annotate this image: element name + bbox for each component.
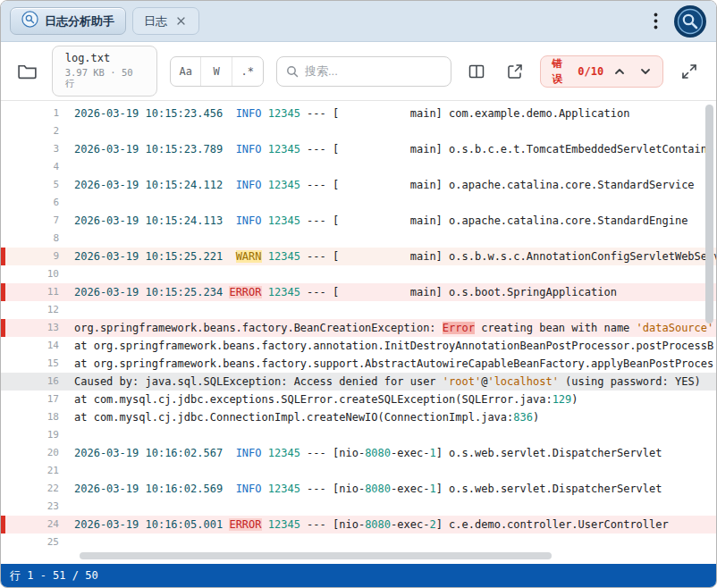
log-line-text — [59, 194, 716, 212]
split-view-button[interactable] — [464, 58, 490, 85]
whole-word-toggle[interactable]: W — [201, 57, 232, 86]
regex-toggle[interactable]: .* — [232, 57, 263, 86]
log-row[interactable]: 202026-03-19 10:16:02.567 INFO 12345 ---… — [1, 444, 716, 462]
log-row[interactable]: 12026-03-19 10:15:23.456 INFO 12345 --- … — [1, 105, 716, 122]
tab-bar: 日志分析助手 日志 — [1, 1, 716, 42]
log-row[interactable]: 52026-03-19 10:15:24.112 INFO 12345 --- … — [1, 176, 716, 194]
line-number: 8 — [5, 230, 59, 248]
line-number: 19 — [5, 426, 59, 444]
log-line-text — [59, 498, 716, 516]
log-line-text: at org.springframework.beans.factory.ann… — [59, 337, 716, 355]
match-case-toggle[interactable]: Aa — [171, 57, 201, 86]
overflow-menu-button[interactable] — [644, 8, 667, 35]
line-number: 16 — [5, 373, 59, 391]
error-count: 0/10 — [578, 65, 603, 78]
line-number: 17 — [5, 391, 59, 408]
tab-log-file[interactable]: 日志 — [132, 7, 199, 35]
file-meta: 3.97 KB · 50 行 — [65, 67, 144, 90]
open-in-new-icon — [506, 63, 524, 80]
log-line-text — [59, 158, 716, 176]
vertical-dots-icon — [654, 13, 658, 29]
line-number: 6 — [5, 194, 59, 212]
previous-error-button[interactable] — [610, 61, 629, 82]
log-line-text — [59, 230, 716, 248]
close-tab-icon[interactable] — [173, 14, 188, 29]
log-line-text: Caused by: java.sql.SQLException: Access… — [59, 373, 716, 391]
line-number: 4 — [5, 158, 59, 176]
search-options-group: Aa W .* — [170, 56, 264, 87]
line-number: 11 — [5, 283, 59, 301]
log-row[interactable]: 15at org.springframework.beans.factory.s… — [1, 355, 716, 373]
log-row[interactable]: 112026-03-19 10:15:25.234 ERROR 12345 --… — [1, 283, 716, 301]
split-columns-icon — [468, 63, 485, 80]
log-row[interactable]: 12 — [1, 301, 716, 319]
log-line-text: 2026-03-19 10:15:25.234 ERROR 12345 --- … — [59, 283, 716, 301]
file-name: log.txt — [65, 52, 144, 64]
line-number: 14 — [5, 337, 59, 355]
log-row[interactable]: 25 — [1, 533, 716, 551]
status-bar: 行 1 - 51 / 50 — [1, 564, 716, 587]
error-label: 错误 — [552, 56, 571, 87]
log-row[interactable]: 13org.springframework.beans.factory.Bean… — [1, 319, 716, 337]
log-line-text: 2026-03-19 10:15:24.113 INFO 12345 --- [… — [59, 212, 716, 230]
line-number: 7 — [5, 212, 59, 230]
log-row[interactable]: 242026-03-19 10:16:05.001 ERROR 12345 --… — [1, 516, 716, 533]
log-row[interactable]: 18at com.mysql.cj.jdbc.ConnectionImpl.cr… — [1, 408, 716, 426]
log-line-text: 2026-03-19 10:15:24.112 INFO 12345 --- [… — [59, 176, 716, 194]
log-row[interactable]: 23 — [1, 498, 716, 516]
file-info-card: log.txt 3.97 KB · 50 行 — [52, 46, 157, 97]
log-row[interactable]: 4 — [1, 158, 716, 176]
log-line-text: 2026-03-19 10:16:02.567 INFO 12345 --- [… — [59, 444, 716, 462]
log-row[interactable]: 6 — [1, 194, 716, 212]
log-line-text — [59, 533, 716, 551]
search-icon — [286, 65, 299, 78]
magnifier-badge-icon — [21, 11, 38, 31]
log-row[interactable]: 21 — [1, 462, 716, 480]
app-logo — [673, 4, 707, 38]
line-number: 9 — [5, 248, 59, 265]
chevron-down-icon — [639, 65, 652, 78]
log-lines: 12026-03-19 10:15:23.456 INFO 12345 --- … — [1, 101, 716, 551]
log-row[interactable]: 10 — [1, 265, 716, 283]
chevron-up-icon — [613, 65, 626, 78]
line-number: 21 — [5, 462, 59, 480]
expand-icon — [680, 63, 698, 80]
search-input[interactable] — [305, 64, 442, 78]
line-number: 22 — [5, 480, 59, 498]
log-line-text — [59, 462, 716, 480]
log-row[interactable]: 16Caused by: java.sql.SQLException: Acce… — [1, 373, 716, 391]
log-row[interactable]: 19 — [1, 426, 716, 444]
log-line-text: 2026-03-19 10:15:23.456 INFO 12345 --- [… — [59, 105, 716, 122]
log-row[interactable]: 222026-03-19 10:16:02.569 INFO 12345 ---… — [1, 480, 716, 498]
log-row[interactable]: 92026-03-19 10:15:25.221 WARN 12345 --- … — [1, 248, 716, 265]
fullscreen-button[interactable] — [676, 58, 702, 85]
log-line-text — [59, 265, 716, 283]
log-row[interactable]: 8 — [1, 230, 716, 248]
log-line-text — [59, 426, 716, 444]
next-error-button[interactable] — [636, 61, 655, 82]
magnifier-logo-icon — [673, 4, 707, 38]
line-number: 1 — [5, 105, 59, 122]
vertical-scrollbar[interactable] — [705, 105, 713, 323]
horizontal-scrollbar[interactable] — [80, 552, 552, 559]
line-range-status: 行 1 - 51 / 50 — [10, 568, 98, 584]
log-viewer: 12026-03-19 10:15:23.456 INFO 12345 --- … — [1, 101, 716, 564]
line-number: 15 — [5, 355, 59, 373]
app-tab-label: 日志分析助手 — [45, 13, 114, 29]
log-row[interactable]: 72026-03-19 10:15:24.113 INFO 12345 --- … — [1, 212, 716, 230]
line-number: 18 — [5, 408, 59, 426]
open-external-button[interactable] — [502, 58, 528, 85]
log-row[interactable]: 14at org.springframework.beans.factory.a… — [1, 337, 716, 355]
log-line-text: 2026-03-19 10:15:23.789 INFO 12345 --- [… — [59, 140, 716, 158]
line-number: 24 — [5, 516, 59, 533]
log-analyzer-window: 日志分析助手 日志 — [0, 0, 717, 588]
search-box — [276, 56, 451, 87]
log-line-text: at org.springframework.beans.factory.sup… — [59, 355, 716, 373]
open-file-button[interactable] — [15, 59, 39, 84]
log-row[interactable]: 32026-03-19 10:15:23.789 INFO 12345 --- … — [1, 140, 716, 158]
tab-app-title[interactable]: 日志分析助手 — [10, 7, 126, 35]
log-line-text: at com.mysql.cj.jdbc.ConnectionImpl.crea… — [59, 408, 716, 426]
log-row[interactable]: 17at com.mysql.cj.jdbc.exceptions.SQLErr… — [1, 391, 716, 408]
log-row[interactable]: 2 — [1, 122, 716, 140]
line-number: 5 — [5, 176, 59, 194]
